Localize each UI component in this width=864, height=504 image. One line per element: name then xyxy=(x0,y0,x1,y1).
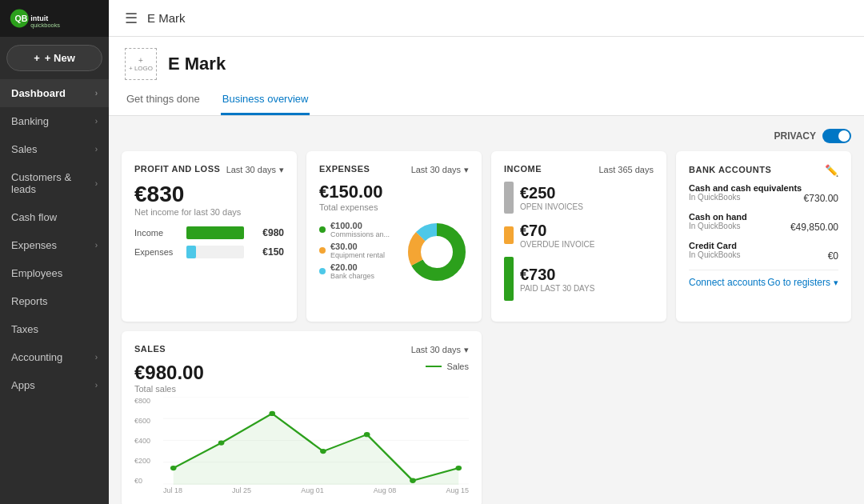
expenses-card: EXPENSES Last 30 days ▾ €150.00 Total ex… xyxy=(306,151,482,322)
sidebar-item-label: Customers & leads xyxy=(11,171,95,195)
income-bar-2 xyxy=(504,257,514,301)
x-label-1: Jul 25 xyxy=(232,486,251,494)
x-label-4: Aug 15 xyxy=(446,486,469,494)
expenses-period-selector[interactable]: Last 30 days ▾ xyxy=(411,165,469,175)
income-card: INCOME Last 365 days €250 OPEN INVOICES xyxy=(491,151,666,322)
plus-icon: + xyxy=(34,52,40,64)
income-bar-0 xyxy=(504,182,514,214)
bank-registers-group: Go to registers ▾ xyxy=(767,277,838,288)
expenses-legend: €100.00 Commissions an... €30.00 Equipme… xyxy=(319,221,395,283)
y-label-1: €600 xyxy=(134,417,160,425)
svg-point-19 xyxy=(455,466,462,470)
income-period-selector[interactable]: Last 365 days xyxy=(599,165,654,174)
bank-account-2-sub: In QuickBooks xyxy=(689,250,740,260)
sidebar-item-banking[interactable]: Banking › xyxy=(0,107,109,135)
pnl-expenses-bar xyxy=(186,246,196,258)
logo-label: + LOGO xyxy=(129,65,153,73)
donut-svg xyxy=(405,220,469,284)
income-info-2: €730 PAID LAST 30 DAYS xyxy=(520,266,594,293)
sidebar-item-reports[interactable]: Reports xyxy=(0,287,109,315)
expenses-donut-chart xyxy=(405,220,469,284)
pnl-period-label: Last 30 days xyxy=(226,165,276,174)
x-label-0: Jul 18 xyxy=(163,486,182,494)
privacy-label: PRIVACY xyxy=(774,130,816,142)
pnl-expenses-label: Expenses xyxy=(134,247,178,257)
legend-value: €100.00 xyxy=(330,221,390,230)
sidebar: QB intuit quickbooks + + New Dashboard ›… xyxy=(0,0,109,504)
chevron-down-icon: ▾ xyxy=(279,165,284,175)
tab-get-things-done[interactable]: Get things done xyxy=(125,88,202,115)
pnl-income-bar xyxy=(186,226,244,239)
sidebar-item-dashboard[interactable]: Dashboard › xyxy=(0,79,109,107)
sidebar-item-label: Expenses xyxy=(11,239,57,251)
sidebar-nav: Dashboard › Banking › Sales › Customers … xyxy=(0,79,109,504)
sales-legend-label: Sales xyxy=(446,362,469,371)
pnl-income-value: €980 xyxy=(252,227,284,238)
bank-footer: Connect accounts Go to registers ▾ xyxy=(689,270,838,288)
pnl-expenses-value: €150 xyxy=(252,246,284,258)
sales-period-selector[interactable]: Last 30 days ▾ xyxy=(411,345,469,355)
svg-point-18 xyxy=(410,478,416,483)
svg-point-17 xyxy=(364,432,370,437)
dashboard-content: PRIVACY PROFIT AND LOSS Last 30 days ▾ €… xyxy=(109,116,864,504)
connect-accounts-link[interactable]: Connect accounts xyxy=(689,277,766,288)
legend-text-2: €20.00 Bank charges xyxy=(330,262,374,280)
edit-icon[interactable]: ✏️ xyxy=(825,164,838,177)
company-row: + + LOGO E Mark xyxy=(125,48,848,80)
sidebar-item-accounting[interactable]: Accounting › xyxy=(0,343,109,371)
bank-accounts-card: BANK ACCOUNTS ✏️ Cash and cash equivalen… xyxy=(676,151,851,322)
bank-account-0-title: Cash and cash equivalents xyxy=(689,183,838,193)
sidebar-item-cashflow[interactable]: Cash flow xyxy=(0,203,109,231)
sidebar-item-expenses[interactable]: Expenses › xyxy=(0,231,109,259)
sidebar-item-employees[interactable]: Employees xyxy=(0,259,109,287)
topbar-title: E Mark xyxy=(147,11,186,25)
hamburger-icon[interactable]: ☰ xyxy=(125,10,138,27)
expenses-title: EXPENSES xyxy=(319,164,370,174)
income-title: INCOME xyxy=(504,164,542,174)
sidebar-item-taxes[interactable]: Taxes xyxy=(0,315,109,343)
income-value-1: €70 xyxy=(520,222,594,240)
privacy-toggle[interactable] xyxy=(822,129,851,143)
plus-icon: + xyxy=(138,56,143,65)
legend-sub: Equipment rental xyxy=(330,251,385,259)
legend-dot-2 xyxy=(319,268,326,274)
income-info-0: €250 OPEN INVOICES xyxy=(520,184,583,211)
sidebar-logo: QB intuit quickbooks xyxy=(0,0,109,37)
bank-account-2: Credit Card In QuickBooks €0 xyxy=(689,241,838,262)
sidebar-item-apps[interactable]: Apps › xyxy=(0,371,109,399)
pnl-period-selector[interactable]: Last 30 days ▾ xyxy=(226,165,284,175)
tab-label: Get things done xyxy=(126,93,200,105)
sales-period-label: Last 30 days xyxy=(411,345,461,354)
main-content: ☰ E Mark + + LOGO E Mark Get things done… xyxy=(109,0,864,504)
legend-item-1: €30.00 Equipment rental xyxy=(319,242,395,259)
sidebar-item-sales[interactable]: Sales › xyxy=(0,135,109,163)
chevron-right-icon: › xyxy=(95,353,98,362)
sidebar-item-customers[interactable]: Customers & leads › xyxy=(0,163,109,203)
chevron-down-icon: ▾ xyxy=(464,345,469,355)
income-label-2: PAID LAST 30 DAYS xyxy=(520,284,594,293)
sidebar-item-label: Banking xyxy=(11,115,49,127)
line-chart-svg xyxy=(163,397,469,485)
income-period-label: Last 365 days xyxy=(599,165,654,174)
company-name: E Mark xyxy=(168,54,226,74)
legend-sub: Bank charges xyxy=(330,272,374,280)
expenses-header: EXPENSES Last 30 days ▾ xyxy=(319,164,469,175)
legend-item-2: €20.00 Bank charges xyxy=(319,262,395,280)
pnl-card: PROFIT AND LOSS Last 30 days ▾ €830 Net … xyxy=(122,151,297,322)
go-to-registers-link[interactable]: Go to registers xyxy=(767,277,830,288)
legend-dot-0 xyxy=(319,226,326,233)
sales-title: SALES xyxy=(134,344,166,354)
legend-text-1: €30.00 Equipment rental xyxy=(330,242,385,259)
svg-point-16 xyxy=(320,449,326,454)
tab-business-overview[interactable]: Business overview xyxy=(221,88,310,115)
company-logo[interactable]: + + LOGO xyxy=(125,48,157,80)
svg-point-14 xyxy=(218,440,225,445)
bank-account-0-amount: €730.00 xyxy=(804,193,838,204)
legend-value: €20.00 xyxy=(330,262,374,272)
pnl-income-bar-container xyxy=(186,226,244,239)
new-button[interactable]: + + New xyxy=(6,45,102,71)
sidebar-item-label: Reports xyxy=(11,295,48,307)
sales-top: €980.00 Total sales Sales xyxy=(134,362,469,397)
chevron-right-icon: › xyxy=(95,117,98,126)
bank-account-1-sub: In QuickBooks xyxy=(689,222,740,231)
